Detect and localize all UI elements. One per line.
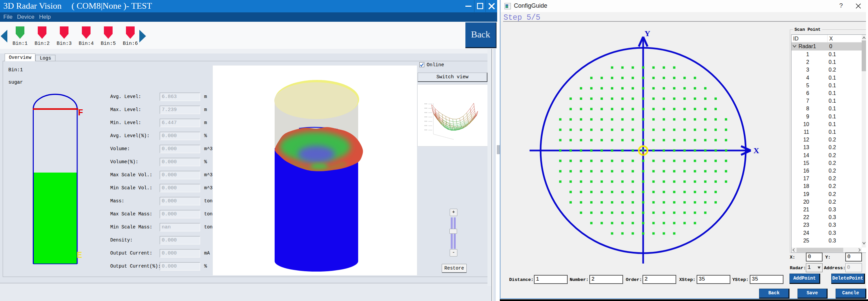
svg-text:Y: Y — [645, 29, 650, 38]
svg-text:X: X — [753, 146, 760, 155]
svg-text:F: F — [78, 108, 83, 118]
svg-text:E: E — [76, 250, 82, 261]
